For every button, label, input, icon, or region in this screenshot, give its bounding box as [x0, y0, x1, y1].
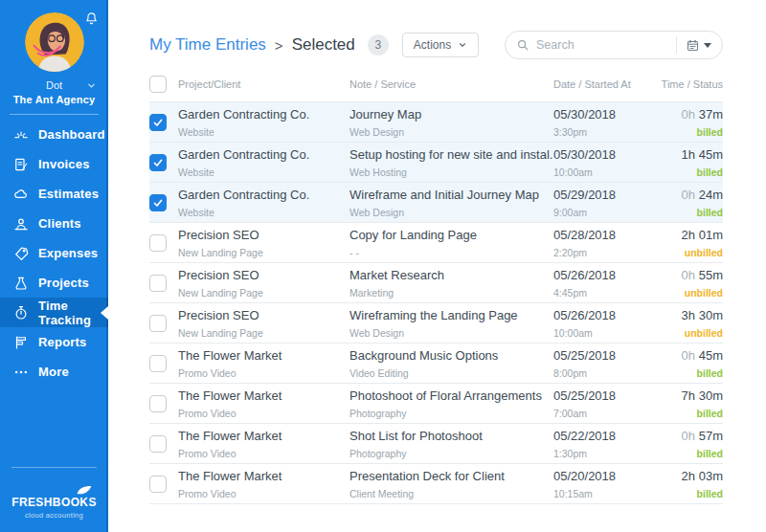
time-hours: 2h [682, 228, 695, 242]
select-all-checkbox[interactable] [149, 76, 167, 93]
actions-label: Actions [414, 38, 451, 52]
service-text: Web Hosting [349, 166, 553, 178]
table-body: Garden Contracting Co. Website Journey M… [149, 102, 723, 504]
project-name: The Flower Market [178, 388, 349, 403]
actions-button[interactable]: Actions [402, 33, 479, 57]
time-hours: 2h [682, 469, 695, 483]
service-text: Client Meeting [349, 488, 553, 499]
service-text: Photography [349, 448, 553, 459]
sidebar-item-label: Expenses [38, 246, 98, 260]
service-text: Web Design [349, 126, 553, 138]
sidebar-item-reports[interactable]: Reports [0, 327, 108, 357]
status-badge: billed [659, 367, 723, 379]
time-minutes: 24m [699, 188, 723, 202]
table-row[interactable]: The Flower Market Promo Video Photoshoot… [149, 384, 723, 424]
sidebar-item-clients[interactable]: Clients [0, 209, 108, 238]
time-hours: 1h [682, 147, 695, 162]
started-at-time: 4:45pm [553, 287, 659, 299]
user-avatar[interactable] [25, 12, 84, 72]
entry-date: 05/20/2018 [553, 469, 659, 483]
status-badge: billed [659, 488, 723, 499]
table-row[interactable]: The Flower Market Promo Video Presentati… [149, 464, 723, 504]
column-header-note-service[interactable]: Note / Service [349, 78, 553, 90]
breadcrumb-link-my-time-entries[interactable]: My Time Entries [149, 35, 266, 55]
table-row[interactable]: The Flower Market Promo Video Background… [149, 344, 723, 384]
note-text: Market Research [349, 268, 553, 282]
table-row[interactable]: The Flower Market Promo Video Shot List … [149, 424, 723, 464]
service-text: Web Design [349, 327, 553, 339]
table-row[interactable]: Precision SEO New Landing Page Market Re… [149, 263, 723, 303]
check-icon [152, 197, 164, 209]
sidebar-item-label: Estimates [38, 187, 99, 201]
time-minutes: 55m [699, 268, 723, 282]
row-checkbox[interactable] [149, 355, 167, 372]
row-checkbox[interactable] [149, 114, 167, 131]
chevron-down-icon [86, 80, 97, 93]
search-box[interactable] [505, 31, 723, 59]
note-text: Wireframe and Initial Journey Map [349, 188, 553, 202]
search-input[interactable] [536, 38, 672, 52]
time-hours: 0h [682, 107, 695, 122]
note-text: Journey Map [349, 107, 553, 122]
started-at-time: 10:00am [553, 327, 659, 339]
table-row[interactable]: Garden Contracting Co. Website Journey M… [149, 102, 723, 143]
time-minutes: 45m [699, 147, 723, 162]
column-header-time-status[interactable]: Time / Status [659, 78, 723, 90]
row-checkbox[interactable] [149, 234, 167, 252]
sidebar-item-invoices[interactable]: Invoices [0, 149, 108, 179]
table-row[interactable]: Garden Contracting Co. Website Wireframe… [149, 183, 723, 223]
sidebar-item-projects[interactable]: Projects [0, 268, 108, 298]
caret-down-icon [704, 43, 711, 48]
column-header-date-started[interactable]: Date / Started At [553, 78, 659, 90]
row-checkbox[interactable] [149, 435, 167, 453]
client-name: Promo Video [178, 488, 349, 499]
logo-tagline: cloud accounting [0, 511, 108, 520]
status-badge: billed [659, 166, 723, 178]
expenses-icon [12, 245, 30, 262]
client-name: Promo Video [178, 448, 349, 459]
row-checkbox[interactable] [149, 154, 167, 171]
service-text: - - [349, 247, 553, 258]
reports-icon [12, 334, 30, 351]
user-menu[interactable]: Dot [0, 79, 108, 91]
more-icon [12, 364, 30, 381]
notifications-bell-icon[interactable] [83, 11, 100, 30]
sidebar-item-expenses[interactable]: Expenses [0, 238, 108, 268]
table-row[interactable]: Precision SEO New Landing Page Copy for … [149, 223, 723, 263]
active-notch [101, 306, 108, 320]
row-checkbox[interactable] [149, 315, 167, 332]
sidebar-item-label: Time Tracking [38, 299, 108, 327]
app-window: Dot The Ant Agency DashboardInvoicesEsti… [0, 0, 766, 532]
check-icon [152, 157, 164, 168]
selected-count-badge: 3 [368, 34, 389, 55]
time-minutes: 30m [699, 308, 723, 322]
note-text: Background Music Options [349, 348, 553, 363]
started-at-time: 8:00pm [553, 367, 659, 379]
row-checkbox[interactable] [149, 275, 167, 292]
user-name: Dot [46, 79, 62, 91]
chevron-down-icon [458, 40, 467, 50]
calendar-icon [686, 38, 700, 53]
sidebar-item-label: Dashboard [38, 127, 105, 142]
table-row[interactable]: Precision SEO New Landing Page Wireframi… [149, 303, 723, 344]
time-tracking-icon [12, 304, 30, 321]
row-checkbox[interactable] [149, 395, 167, 412]
row-checkbox[interactable] [149, 476, 167, 493]
table-row[interactable]: Garden Contracting Co. Website Setup hos… [149, 143, 723, 183]
row-checkbox[interactable] [149, 194, 167, 211]
sidebar-item-label: Clients [38, 216, 81, 231]
entry-date: 05/26/2018 [553, 268, 659, 282]
column-header-project-client[interactable]: Project/Client [178, 78, 349, 90]
status-badge: billed [659, 448, 723, 459]
invoices-icon [12, 156, 30, 173]
date-filter-button[interactable] [684, 38, 713, 53]
started-at-time: 9:00am [553, 207, 659, 218]
time-minutes: 03m [699, 469, 723, 483]
sidebar-item-dashboard[interactable]: Dashboard [0, 120, 108, 149]
project-name: The Flower Market [178, 348, 349, 363]
sidebar-item-estimates[interactable]: Estimates [0, 179, 108, 209]
sidebar-item-time-tracking[interactable]: Time Tracking [0, 298, 108, 327]
project-name: The Flower Market [178, 429, 349, 443]
sidebar-item-more[interactable]: More [0, 357, 108, 387]
sidebar-footer: FRESHBOOKS cloud accounting [0, 467, 108, 532]
